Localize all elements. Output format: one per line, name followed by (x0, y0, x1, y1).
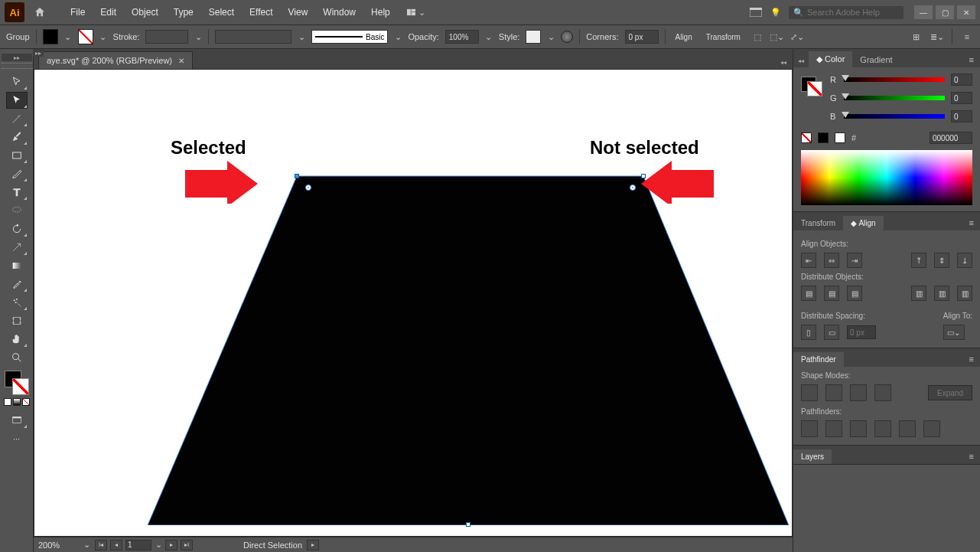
lasso-tool[interactable] (6, 202, 28, 219)
color-panel-menu[interactable]: ≡ (963, 52, 980, 67)
close-window-button[interactable]: ✕ (957, 5, 975, 19)
tab-transform[interactable]: Transform (793, 216, 843, 230)
artboard-number[interactable] (125, 540, 151, 550)
rectangle-tool[interactable] (6, 147, 28, 164)
help-search-input[interactable] (807, 8, 899, 17)
stroke-weight[interactable] (145, 30, 188, 44)
dist-space-v[interactable]: ▯ (801, 325, 816, 340)
menu-view[interactable]: View (281, 2, 316, 22)
corner-widget-left[interactable] (305, 185, 311, 191)
brush-definition[interactable]: Basic (311, 30, 388, 44)
menu-help[interactable]: Help (363, 2, 398, 22)
menu-type[interactable]: Type (166, 2, 201, 22)
color-collapse[interactable]: ◂◂ (793, 54, 809, 67)
fill-stroke-indicator[interactable] (5, 371, 29, 395)
close-tab-icon[interactable]: ✕ (178, 57, 184, 65)
stroke-swatch[interactable] (78, 29, 93, 44)
pen-tool[interactable] (6, 129, 28, 145)
corner-widget-right[interactable] (630, 185, 636, 191)
align-link[interactable]: Align (672, 31, 696, 44)
artboard-tool[interactable] (6, 312, 28, 329)
dist-left[interactable]: ▥ (911, 286, 926, 301)
tab-gradient[interactable]: Gradient (852, 52, 900, 67)
help-search[interactable]: 🔍 (789, 6, 903, 19)
paintbrush-tool[interactable] (6, 165, 28, 182)
anchor-bottom[interactable] (466, 522, 470, 527)
hand-tool[interactable] (6, 331, 28, 348)
menu-select[interactable]: Select (201, 2, 242, 22)
align-hcenter[interactable]: ⇔ (824, 253, 839, 268)
outline[interactable] (899, 420, 916, 437)
slider-g[interactable] (844, 96, 945, 100)
menu-edit[interactable]: Edit (93, 2, 124, 22)
tabrow-expander[interactable]: ▸▸ (33, 49, 44, 57)
first-artboard-button[interactable]: I◂ (95, 540, 107, 550)
rotate-tool[interactable] (6, 220, 28, 237)
gradient-tool[interactable] (6, 257, 28, 274)
tools-expander[interactable]: ▸▸ (2, 54, 32, 61)
merge[interactable] (850, 420, 867, 437)
document-tab[interactable]: aye.svg* @ 200% (RGB/Preview) ✕ (38, 51, 193, 69)
minimize-button[interactable]: — (914, 5, 933, 19)
tab-layers[interactable]: Layers (793, 449, 832, 464)
edit-contents-icon[interactable]: ⬚⌄ (770, 30, 784, 44)
slider-b[interactable] (844, 114, 945, 119)
color-fill-stroke[interactable] (801, 73, 822, 95)
panels-expander[interactable]: ◂◂ (774, 56, 793, 69)
transform-link[interactable]: Transform (702, 31, 744, 44)
menu-object[interactable]: Object (124, 2, 166, 22)
align-vcenter[interactable]: ⇕ (934, 253, 949, 268)
layers-panel-menu[interactable]: ≡ (963, 449, 980, 464)
crop[interactable] (874, 420, 891, 437)
recolor-artwork-icon[interactable] (561, 31, 573, 43)
menu-window[interactable]: Window (315, 2, 363, 22)
tab-align[interactable]: ◆ Align (843, 216, 883, 230)
align-top[interactable]: ⤒ (911, 253, 926, 268)
status-play-button[interactable]: ▸ (307, 540, 319, 550)
exclude[interactable] (874, 384, 891, 401)
fill-dropdown[interactable]: ⌄ (64, 33, 72, 41)
next-artboard-button[interactable]: ▸ (165, 540, 177, 550)
align-to-icon[interactable]: ⤢⌄ (790, 30, 804, 44)
variable-width-profile[interactable] (215, 30, 291, 44)
eyedropper-tool[interactable] (6, 276, 28, 292)
home-button[interactable] (29, 2, 50, 23)
zoom-tool[interactable] (6, 349, 28, 366)
align-panel-menu[interactable]: ≡ (963, 215, 980, 230)
arrange-documents-icon[interactable] (749, 5, 763, 19)
value-b[interactable] (951, 110, 972, 122)
magic-wand-tool[interactable] (6, 110, 28, 127)
black-swatch[interactable] (818, 132, 829, 143)
tab-pathfinder[interactable]: Pathfinder (793, 352, 844, 367)
anchor-selected[interactable] (295, 174, 299, 178)
white-swatch[interactable] (835, 132, 845, 143)
dist-right[interactable]: ▥ (957, 286, 972, 301)
panel-menu-icon[interactable]: ≡ (960, 30, 974, 44)
dist-hcenter[interactable]: ▥ (934, 286, 949, 301)
spacing-input[interactable] (847, 325, 876, 339)
essentials-icon[interactable]: ≣⌄ (930, 30, 944, 44)
opacity-input[interactable] (445, 30, 479, 44)
last-artboard-button[interactable]: ▸I (181, 540, 193, 550)
workspace-switcher[interactable]: ⌄ (407, 3, 425, 21)
stroke-dropdown[interactable]: ⌄ (99, 33, 107, 41)
canvas[interactable]: Selected Not selected (34, 69, 793, 537)
value-r[interactable] (951, 73, 972, 86)
type-tool[interactable] (6, 184, 28, 201)
artwork-trapezoid[interactable] (148, 173, 789, 518)
prev-artboard-button[interactable]: ◂ (110, 540, 122, 550)
dist-top[interactable]: ▤ (801, 286, 816, 301)
trim[interactable] (825, 420, 842, 437)
none-swatch[interactable] (801, 132, 812, 143)
dist-bottom[interactable]: ▤ (847, 286, 862, 301)
divide[interactable] (801, 420, 818, 437)
hex-input[interactable] (930, 132, 972, 144)
align-bottom[interactable]: ⤓ (957, 253, 972, 268)
edit-toolbar[interactable]: ··· (6, 430, 28, 447)
value-g[interactable] (951, 92, 972, 104)
dist-space-h[interactable]: ▭ (824, 325, 839, 340)
prefs-icon[interactable]: ⊞ (909, 30, 923, 44)
intersect[interactable] (850, 384, 867, 401)
corners-input[interactable] (625, 30, 659, 44)
direct-selection-tool[interactable] (6, 92, 28, 109)
